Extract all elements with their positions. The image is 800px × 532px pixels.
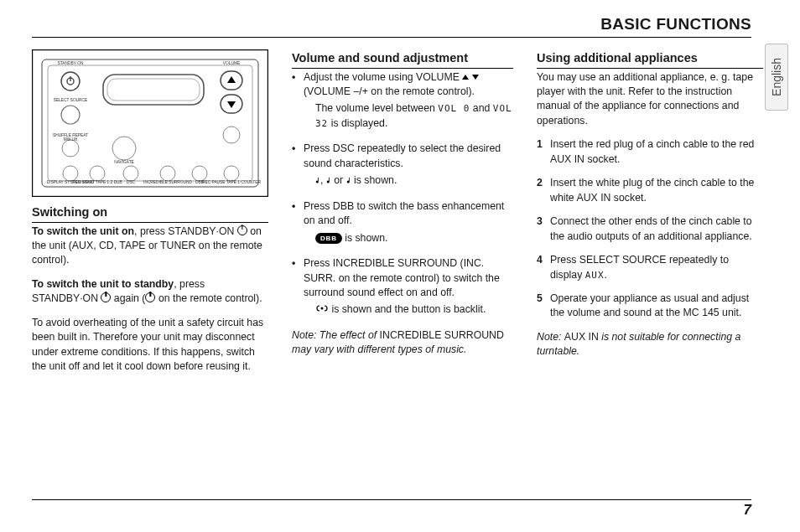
svg-point-21 — [224, 166, 239, 181]
standby-tail2: on the remote control). — [155, 292, 262, 304]
page-title: BASIC FUNCTIONS — [600, 15, 751, 33]
fig-label-standby: STANDBY·ON — [58, 61, 84, 65]
note-aux-pre: Note: — [537, 331, 564, 343]
language-tab-label: English — [770, 58, 783, 96]
svg-rect-2 — [48, 65, 252, 181]
b1-sub-tail: is displayed. — [328, 117, 387, 129]
fig-label-volume: VOLUME — [223, 61, 240, 65]
svg-point-16 — [63, 166, 78, 181]
svg-point-13 — [62, 140, 79, 157]
standby-tail: again ( — [111, 292, 145, 304]
heading-using-additional: Using additional appliances — [537, 49, 763, 69]
b1-sub-pre: The volume level between — [315, 102, 438, 114]
lcd-aux: AUX — [585, 270, 605, 281]
b2-sub-tail: is shown. — [351, 174, 397, 186]
svg-rect-4 — [107, 79, 200, 101]
switch-on-rest: , press STANDBY·ON — [134, 225, 237, 237]
column-switching-on: STANDBY·ON VOLUME SELECT SOURCE SHUFFLE … — [32, 49, 268, 384]
s4-post: . — [605, 269, 607, 281]
fig-label-navigate: NAVIGATE — [114, 160, 134, 164]
footer-rule — [32, 499, 751, 500]
note-surround-tail: may vary with different types of music. — [292, 343, 466, 355]
fig-label-recstart: REC·START TAPE 1∙2 DUB — [72, 180, 122, 184]
fig-label-select: SELECT SOURCE — [54, 98, 87, 102]
s4-pre: Press SELECT SOURCE repeatedly to displa… — [550, 254, 729, 280]
bullet-dbb: Press DBB to switch the bass enhancement… — [292, 199, 513, 245]
column-additional-appliances: Using additional appliances You may use … — [537, 49, 763, 384]
standby-bold: To switch the unit to standby — [32, 278, 174, 290]
note-surround-pre: Note: The effect of — [292, 329, 380, 341]
step-1-red-plug: Insert the red plug of a cinch cable to … — [537, 137, 763, 167]
b2-sep1: , — [320, 174, 326, 186]
fig-label-inc: INCREDIBLE SURROUND — [143, 180, 192, 184]
step-3-other-ends: Connect the other ends of the cinch cabl… — [537, 214, 763, 244]
language-tab: English — [765, 44, 788, 111]
b1-text-a: Adjust the volume using VOLUME — [304, 71, 462, 83]
column-volume-sound: Volume and sound adjustment Adjust the v… — [292, 49, 513, 384]
step-5-operate: Operate your appliance as usual and adju… — [537, 292, 763, 321]
b4-sub: is shown and the button is backlit. — [329, 303, 486, 315]
power-icon — [101, 292, 111, 302]
b3-subline: DBB is shown. — [304, 231, 513, 245]
para-overheat: To avoid overheating of the unit a safet… — [32, 316, 268, 374]
note-aux-mid: AUX IN — [564, 331, 599, 343]
b2-subline: , or is shown. — [304, 173, 513, 188]
svg-marker-10 — [227, 76, 236, 83]
svg-point-15 — [223, 127, 240, 143]
svg-point-22 — [321, 307, 324, 310]
b3-sub: is shown. — [342, 232, 388, 244]
step-2-white-plug: Insert the white plug of the cinch cable… — [537, 176, 763, 205]
b4-subline: is shown and the button is backlit. — [304, 302, 513, 317]
svg-point-18 — [123, 166, 138, 181]
power-icon — [237, 225, 247, 235]
device-illustration: STANDBY·ON VOLUME SELECT SOURCE SHUFFLE … — [32, 49, 268, 197]
lcd-vol-0: VOL 0 — [438, 103, 470, 114]
intro-additional: You may use an additional appliance, e. … — [537, 70, 763, 129]
page-number: 7 — [744, 502, 751, 519]
svg-marker-12 — [227, 101, 236, 108]
para-switch-on: To switch the unit on, press STANDBY·ON … — [32, 225, 268, 268]
svg-point-17 — [90, 166, 105, 181]
surround-icon — [315, 304, 329, 312]
switch-on-bold: To switch the unit on — [32, 225, 134, 237]
fig-label-mwlw: MW·LW — [64, 137, 78, 142]
fig-label-tapecounter: REC·PAUSE TAPE 1 COUNTER — [202, 180, 261, 184]
b1-subline: The volume level between VOL 0 and VOL 3… — [304, 101, 513, 131]
vol-up-icon — [462, 75, 469, 80]
note-surround: Note: The effect of INCREDIBLE SURROUND … — [292, 328, 513, 358]
vol-down-icon — [472, 75, 479, 80]
fig-label-dsc: DSC — [127, 180, 136, 184]
b2-text: Press DSC repeatedly to select the desir… — [304, 142, 501, 168]
heading-volume-sound: Volume and sound adjustment — [292, 49, 513, 69]
b2-sep-or: or — [331, 174, 346, 186]
b1-text-b: (VOLUME –/+ on the remote control). — [304, 85, 475, 97]
para-standby: To switch the unit to standby, press STA… — [32, 277, 268, 307]
b1-sub-mid: and — [470, 102, 492, 114]
svg-point-14 — [112, 137, 136, 160]
note-surround-mid: INCREDIBLE SURROUND — [380, 329, 504, 341]
header-bar: BASIC FUNCTIONS — [32, 15, 751, 38]
dbb-pill-icon: DBB — [315, 233, 342, 244]
svg-point-19 — [160, 166, 175, 181]
svg-point-20 — [192, 166, 207, 181]
note-aux-in: Note: AUX IN is not suitable for connect… — [537, 330, 763, 359]
step-4-select-source: Press SELECT SOURCE repeatedly to displa… — [537, 253, 763, 282]
bullet-incredible-surround: Press INCREDIBLE SURROUND (INC. SURR. on… — [292, 256, 513, 318]
power-icon — [145, 292, 155, 302]
b3-text: Press DBB to switch the bass enhancement… — [304, 200, 504, 226]
svg-point-8 — [61, 106, 80, 124]
b4-text: Press INCREDIBLE SURROUND (INC. SURR. on… — [304, 257, 500, 298]
bullet-adjust-volume: Adjust the volume using VOLUME (VOLUME –… — [292, 70, 513, 132]
bullet-dsc: Press DSC repeatedly to select the desir… — [292, 142, 513, 188]
heading-switching-on: Switching on — [32, 204, 268, 223]
